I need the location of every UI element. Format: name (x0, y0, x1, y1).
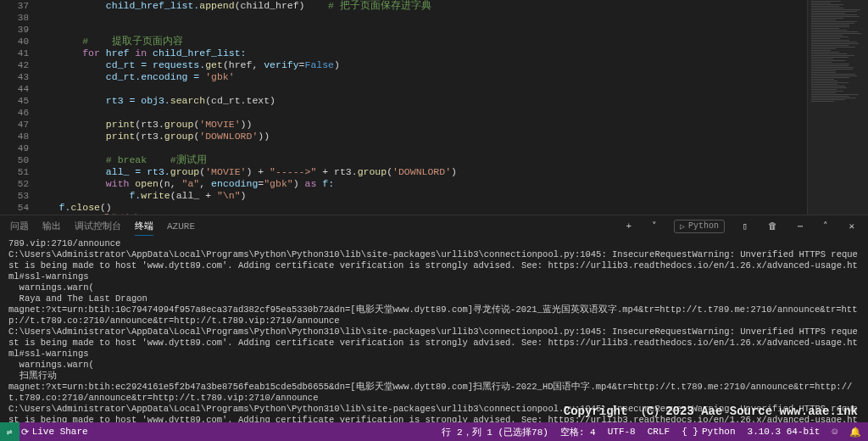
code-line[interactable] (36, 24, 807, 36)
terminal-line: magnet:?xt=urn:btih:10c79474994f957a8eca… (8, 304, 860, 327)
remote-button[interactable]: ⇌ (0, 422, 19, 441)
maximize-icon[interactable]: ˄ (820, 220, 832, 232)
terminal-line: 789.vip:2710/announce (8, 238, 860, 249)
code-line[interactable]: rt3 = obj3.search(cd_rt.text) (36, 95, 807, 107)
panel-tab-问题[interactable]: 问题 (10, 218, 29, 235)
split-terminal-icon[interactable]: ▯ (738, 220, 751, 232)
code-line[interactable]: # 提取子页面内容 (36, 36, 807, 47)
panel-tab-调试控制台[interactable]: 调试控制台 (75, 218, 121, 235)
encoding[interactable]: UTF-8 (608, 427, 636, 437)
terminal-line: magnet:?xt=urn:btih:ec2924161e5f2b47a3be… (8, 382, 860, 404)
notifications-icon[interactable]: 🔔 (849, 427, 861, 438)
new-terminal-icon[interactable]: + (622, 221, 635, 232)
watermark-text: Copyright （C）2023 Aae Source www.aae.ink (564, 404, 858, 419)
code-line[interactable]: child_href_list.append(child_href) # 把子页… (36, 0, 807, 12)
live-share-label: Live Share (32, 427, 88, 437)
kernel-label: Python (688, 221, 719, 231)
terminal-line: C:\Users\Administrator\AppData\Local\Pro… (8, 327, 860, 360)
braces-icon: { } (682, 427, 698, 437)
panel-tab-输出[interactable]: 输出 (42, 218, 61, 235)
code-content[interactable]: child_href_list.append(child_href) # 把子页… (36, 0, 807, 215)
panel-tab-azure[interactable]: AZURE (167, 218, 195, 235)
feedback-icon[interactable]: ☺ (832, 427, 837, 437)
code-line[interactable]: f.close() (36, 202, 807, 214)
panel-tab-终端[interactable]: 终端 (135, 218, 153, 236)
code-line[interactable]: f.write(all_ + "\n") (36, 190, 807, 202)
dropdown-icon[interactable]: ˅ (648, 220, 660, 232)
code-line[interactable]: with open(n, "a", encoding="gbk") as f: (36, 178, 807, 190)
language-mode[interactable]: { } Python (682, 427, 735, 437)
minimap[interactable] (807, 0, 868, 215)
python-version[interactable]: 3.10.3 64-bit (748, 427, 821, 437)
line-gutter: 37383940414243444546474849505152535455 (0, 0, 36, 215)
code-line[interactable]: cd_rt.encoding = 'gbk' (36, 71, 807, 83)
eol[interactable]: CRLF (648, 427, 670, 437)
indentation[interactable]: 空格: 4 (560, 426, 596, 438)
kernel-picker[interactable]: ▷ Python (674, 220, 725, 233)
live-share-button[interactable]: ⟳ Live Share (21, 427, 88, 438)
terminal-line: warnings.warn( (8, 360, 860, 371)
terminal-line: warnings.warn( (8, 282, 860, 293)
close-panel-icon[interactable]: ✕ (845, 220, 858, 232)
code-line[interactable] (36, 107, 807, 119)
terminal-output[interactable]: 789.vip:2710/announceC:\Users\Administra… (0, 237, 868, 423)
code-line[interactable]: print("采集结束！！！") (36, 214, 807, 215)
code-line[interactable]: cd_rt = requests.get(href, verify=False) (36, 59, 807, 71)
trash-icon[interactable]: 🗑 (765, 220, 781, 232)
code-line[interactable] (36, 142, 807, 154)
code-line[interactable]: print(rt3.group('MOVIE')) (36, 119, 807, 131)
remote-icon: ⇌ (7, 427, 13, 438)
play-icon: ▷ (680, 221, 685, 232)
cursor-position[interactable]: 行 2，列 1 (已选择78) (442, 426, 548, 438)
code-line[interactable]: # break #测试用 (36, 154, 807, 166)
code-line[interactable] (36, 12, 807, 24)
terminal-line: Raya and The Last Dragon (8, 293, 860, 304)
code-line[interactable]: for href in child_href_list: (36, 47, 807, 59)
terminal-line: 扫黑行动 (8, 371, 860, 382)
code-line[interactable]: all_ = rt3.group('MOVIE') + "----->" + r… (36, 166, 807, 178)
code-line[interactable] (36, 83, 807, 95)
status-bar: ⇌ ⟳ Live Share 行 2，列 1 (已选择78) 空格: 4 UTF… (0, 422, 868, 441)
code-line[interactable]: print(rt3.group('DOWNLORD')) (36, 131, 807, 142)
code-editor[interactable]: 37383940414243444546474849505152535455 c… (0, 0, 868, 215)
more-icon[interactable]: ⋯ (794, 220, 807, 232)
terminal-line: C:\Users\Administrator\AppData\Local\Pro… (8, 249, 860, 282)
live-share-icon: ⟳ (21, 427, 29, 438)
panel-tabs: 问题输出调试控制台终端AZURE + ˅ ▷ Python ▯ 🗑 ⋯ ˄ ✕ (0, 215, 868, 237)
